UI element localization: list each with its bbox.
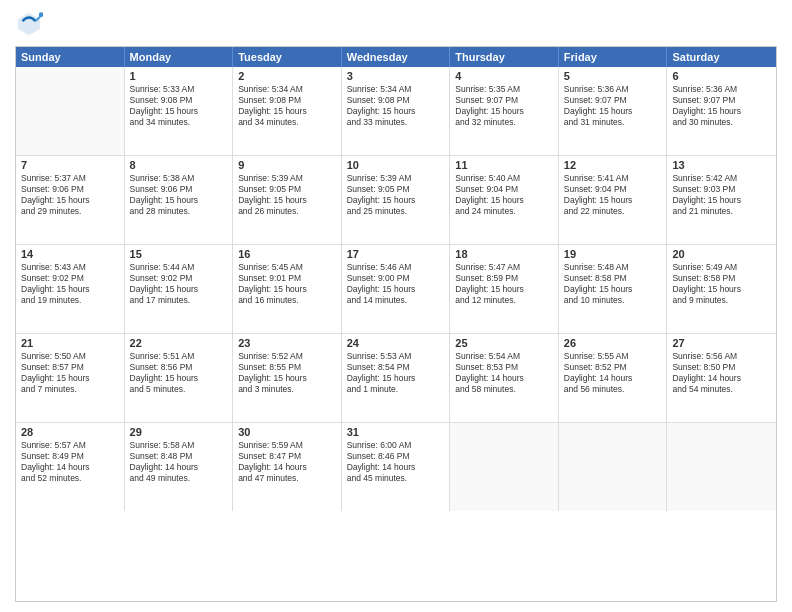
cell-info-line: Sunset: 8:46 PM bbox=[347, 451, 445, 462]
calendar-cell: 4Sunrise: 5:35 AMSunset: 9:07 PMDaylight… bbox=[450, 67, 559, 155]
calendar-cell: 27Sunrise: 5:56 AMSunset: 8:50 PMDayligh… bbox=[667, 334, 776, 422]
calendar-week-3: 14Sunrise: 5:43 AMSunset: 9:02 PMDayligh… bbox=[16, 245, 776, 334]
cell-info-line: Sunset: 9:05 PM bbox=[347, 184, 445, 195]
cell-info-line: Daylight: 15 hours bbox=[130, 195, 228, 206]
cell-info-line: and 22 minutes. bbox=[564, 206, 662, 217]
logo bbox=[15, 10, 47, 38]
day-number: 14 bbox=[21, 248, 119, 260]
day-number: 15 bbox=[130, 248, 228, 260]
cell-info-line: and 54 minutes. bbox=[672, 384, 771, 395]
cell-info-line: Sunrise: 5:56 AM bbox=[672, 351, 771, 362]
cell-info-line: and 25 minutes. bbox=[347, 206, 445, 217]
day-number: 7 bbox=[21, 159, 119, 171]
header-day-saturday: Saturday bbox=[667, 47, 776, 67]
cell-info-line: and 28 minutes. bbox=[130, 206, 228, 217]
calendar-cell: 8Sunrise: 5:38 AMSunset: 9:06 PMDaylight… bbox=[125, 156, 234, 244]
day-number: 16 bbox=[238, 248, 336, 260]
cell-info-line: Sunset: 8:55 PM bbox=[238, 362, 336, 373]
calendar-cell: 5Sunrise: 5:36 AMSunset: 9:07 PMDaylight… bbox=[559, 67, 668, 155]
day-number: 31 bbox=[347, 426, 445, 438]
header-day-friday: Friday bbox=[559, 47, 668, 67]
cell-info-line: and 16 minutes. bbox=[238, 295, 336, 306]
cell-info-line: Daylight: 15 hours bbox=[347, 106, 445, 117]
cell-info-line: Sunrise: 5:48 AM bbox=[564, 262, 662, 273]
day-number: 23 bbox=[238, 337, 336, 349]
cell-info-line: Daylight: 15 hours bbox=[347, 373, 445, 384]
day-number: 6 bbox=[672, 70, 771, 82]
calendar-cell: 3Sunrise: 5:34 AMSunset: 9:08 PMDaylight… bbox=[342, 67, 451, 155]
cell-info-line: Sunset: 9:03 PM bbox=[672, 184, 771, 195]
day-number: 22 bbox=[130, 337, 228, 349]
day-number: 21 bbox=[21, 337, 119, 349]
header-day-monday: Monday bbox=[125, 47, 234, 67]
cell-info-line: Sunrise: 5:58 AM bbox=[130, 440, 228, 451]
cell-info-line: and 45 minutes. bbox=[347, 473, 445, 484]
calendar-cell: 15Sunrise: 5:44 AMSunset: 9:02 PMDayligh… bbox=[125, 245, 234, 333]
cell-info-line: Sunset: 9:04 PM bbox=[564, 184, 662, 195]
cell-info-line: Sunrise: 5:54 AM bbox=[455, 351, 553, 362]
cell-info-line: Daylight: 15 hours bbox=[455, 195, 553, 206]
cell-info-line: Sunrise: 5:36 AM bbox=[564, 84, 662, 95]
cell-info-line: Daylight: 15 hours bbox=[564, 106, 662, 117]
header-day-thursday: Thursday bbox=[450, 47, 559, 67]
calendar-cell: 22Sunrise: 5:51 AMSunset: 8:56 PMDayligh… bbox=[125, 334, 234, 422]
day-number: 19 bbox=[564, 248, 662, 260]
day-number: 29 bbox=[130, 426, 228, 438]
cell-info-line: Sunset: 9:04 PM bbox=[455, 184, 553, 195]
day-number: 11 bbox=[455, 159, 553, 171]
calendar-cell: 24Sunrise: 5:53 AMSunset: 8:54 PMDayligh… bbox=[342, 334, 451, 422]
cell-info-line: Daylight: 15 hours bbox=[21, 284, 119, 295]
cell-info-line: Daylight: 14 hours bbox=[238, 462, 336, 473]
day-number: 3 bbox=[347, 70, 445, 82]
calendar-cell: 16Sunrise: 5:45 AMSunset: 9:01 PMDayligh… bbox=[233, 245, 342, 333]
cell-info-line: and 29 minutes. bbox=[21, 206, 119, 217]
cell-info-line: Sunrise: 5:49 AM bbox=[672, 262, 771, 273]
cell-info-line: Sunrise: 5:51 AM bbox=[130, 351, 228, 362]
calendar-cell: 11Sunrise: 5:40 AMSunset: 9:04 PMDayligh… bbox=[450, 156, 559, 244]
calendar-cell: 14Sunrise: 5:43 AMSunset: 9:02 PMDayligh… bbox=[16, 245, 125, 333]
cell-info-line: Sunrise: 5:40 AM bbox=[455, 173, 553, 184]
cell-info-line: and 1 minute. bbox=[347, 384, 445, 395]
calendar-cell: 1Sunrise: 5:33 AMSunset: 9:08 PMDaylight… bbox=[125, 67, 234, 155]
cell-info-line: Sunset: 9:08 PM bbox=[238, 95, 336, 106]
cell-info-line: Daylight: 15 hours bbox=[238, 284, 336, 295]
cell-info-line: and 7 minutes. bbox=[21, 384, 119, 395]
day-number: 18 bbox=[455, 248, 553, 260]
cell-info-line: Sunset: 9:08 PM bbox=[130, 95, 228, 106]
cell-info-line: Sunrise: 5:34 AM bbox=[347, 84, 445, 95]
header-day-sunday: Sunday bbox=[16, 47, 125, 67]
day-number: 8 bbox=[130, 159, 228, 171]
cell-info-line: and 49 minutes. bbox=[130, 473, 228, 484]
cell-info-line: and 3 minutes. bbox=[238, 384, 336, 395]
cell-info-line: Daylight: 15 hours bbox=[238, 195, 336, 206]
calendar-cell bbox=[559, 423, 668, 511]
cell-info-line: Sunrise: 5:38 AM bbox=[130, 173, 228, 184]
cell-info-line: Sunrise: 5:57 AM bbox=[21, 440, 119, 451]
cell-info-line: Sunrise: 5:59 AM bbox=[238, 440, 336, 451]
cell-info-line: Daylight: 14 hours bbox=[130, 462, 228, 473]
cell-info-line: Daylight: 14 hours bbox=[455, 373, 553, 384]
cell-info-line: and 52 minutes. bbox=[21, 473, 119, 484]
calendar-cell: 18Sunrise: 5:47 AMSunset: 8:59 PMDayligh… bbox=[450, 245, 559, 333]
cell-info-line: Sunset: 9:05 PM bbox=[238, 184, 336, 195]
cell-info-line: and 32 minutes. bbox=[455, 117, 553, 128]
calendar-week-2: 7Sunrise: 5:37 AMSunset: 9:06 PMDaylight… bbox=[16, 156, 776, 245]
cell-info-line: Daylight: 14 hours bbox=[21, 462, 119, 473]
cell-info-line: Sunset: 9:07 PM bbox=[564, 95, 662, 106]
cell-info-line: Sunset: 8:50 PM bbox=[672, 362, 771, 373]
header-day-wednesday: Wednesday bbox=[342, 47, 451, 67]
cell-info-line: Sunrise: 5:46 AM bbox=[347, 262, 445, 273]
calendar-body: 1Sunrise: 5:33 AMSunset: 9:08 PMDaylight… bbox=[16, 67, 776, 511]
cell-info-line: Sunrise: 5:53 AM bbox=[347, 351, 445, 362]
day-number: 4 bbox=[455, 70, 553, 82]
cell-info-line: Sunset: 9:06 PM bbox=[130, 184, 228, 195]
page: SundayMondayTuesdayWednesdayThursdayFrid… bbox=[0, 0, 792, 612]
cell-info-line: Daylight: 15 hours bbox=[130, 106, 228, 117]
cell-info-line: Daylight: 15 hours bbox=[672, 106, 771, 117]
calendar-cell: 7Sunrise: 5:37 AMSunset: 9:06 PMDaylight… bbox=[16, 156, 125, 244]
cell-info-line: Sunrise: 6:00 AM bbox=[347, 440, 445, 451]
day-number: 5 bbox=[564, 70, 662, 82]
calendar-cell bbox=[450, 423, 559, 511]
cell-info-line: and 19 minutes. bbox=[21, 295, 119, 306]
cell-info-line: Sunset: 8:58 PM bbox=[672, 273, 771, 284]
